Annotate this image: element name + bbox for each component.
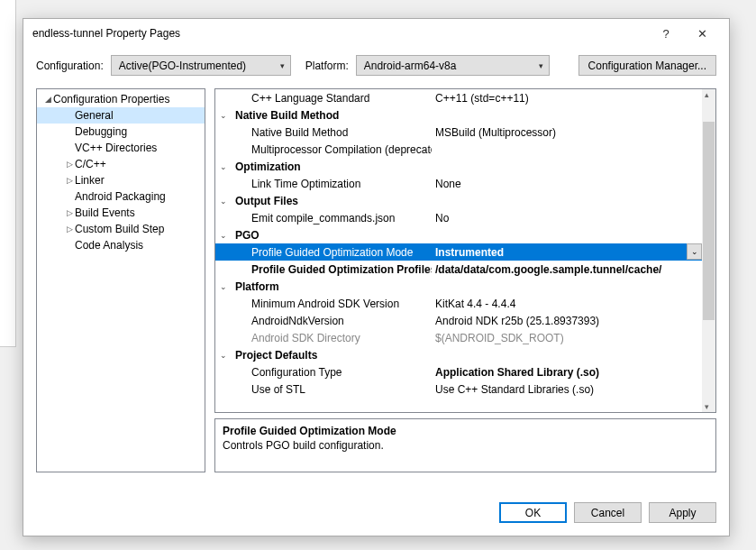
property-name: Minimum Android SDK Version	[232, 298, 432, 310]
property-group[interactable]: ⌄Output Files	[215, 192, 702, 209]
background-panel	[0, 0, 16, 347]
description-panel: Profile Guided Optimization Mode Control…	[214, 418, 716, 472]
property-value: $(ANDROID_SDK_ROOT)	[432, 332, 702, 344]
property-name: Project Defaults	[232, 349, 432, 362]
expand-icon[interactable]: ⌄	[215, 197, 232, 206]
nav-tree[interactable]: ◢ Configuration Properties ▷General ▷Deb…	[36, 88, 205, 472]
property-row[interactable]: Profile Guided Optimization ModeInstrume…	[215, 243, 702, 261]
property-value: Instrumented	[432, 246, 702, 259]
property-name: C++ Language Standard	[232, 92, 432, 105]
property-value: Use C++ Standard Libraries (.so)	[432, 383, 702, 396]
property-row[interactable]: Link Time OptimizationNone	[215, 175, 702, 192]
property-value: None	[432, 178, 702, 190]
property-grid-wrap: C++ Language StandardC++11 (std=c++11)⌄N…	[214, 88, 716, 472]
dropdown-button[interactable]: ⌄	[687, 243, 702, 260]
property-name: Configuration Type	[232, 366, 432, 379]
vertical-scrollbar[interactable]	[702, 89, 715, 412]
property-name: Android SDK Directory	[232, 332, 432, 344]
ok-button[interactable]: OK	[499, 502, 567, 523]
property-row[interactable]: Emit compile_commands.jsonNo	[215, 209, 702, 226]
tree-root-label: Configuration Properties	[53, 93, 169, 105]
expand-icon[interactable]: ▷	[64, 225, 75, 234]
tree-root[interactable]: ◢ Configuration Properties	[37, 91, 205, 107]
platform-value: Android-arm64-v8a	[364, 60, 457, 72]
property-group[interactable]: ⌄Optimization	[215, 158, 702, 175]
configuration-value: Active(PGO-Instrumented)	[119, 60, 246, 72]
property-value: KitKat 4.4 - 4.4.4	[432, 298, 702, 310]
property-value: MSBuild (Multiprocessor)	[432, 126, 702, 139]
property-value: No	[432, 212, 702, 225]
property-pages-dialog: endless-tunnel Property Pages ? ✕ Config…	[23, 18, 730, 536]
property-row[interactable]: AndroidNdkVersionAndroid NDK r25b (25.1.…	[215, 312, 702, 329]
tree-item-code-analysis[interactable]: ▷Code Analysis	[37, 237, 205, 253]
platform-label: Platform:	[305, 60, 349, 72]
property-row[interactable]: C++ Language StandardC++11 (std=c++11)	[215, 89, 702, 106]
property-name: Optimization	[232, 160, 432, 173]
main-area: ◢ Configuration Properties ▷General ▷Deb…	[23, 88, 729, 472]
property-name: Output Files	[232, 195, 432, 207]
property-value: /data/data/com.google.sample.tunnel/cach…	[432, 263, 702, 276]
tree-item-android-packaging[interactable]: ▷Android Packaging	[37, 188, 205, 205]
property-name: AndroidNdkVersion	[232, 315, 432, 327]
property-group[interactable]: ⌄Native Build Method	[215, 106, 702, 124]
titlebar: endless-tunnel Property Pages ? ✕	[23, 19, 729, 48]
platform-combo[interactable]: Android-arm64-v8a ▾	[356, 55, 550, 76]
property-row[interactable]: Configuration TypeApplication Shared Lib…	[215, 363, 702, 380]
tree-item-general[interactable]: ▷General	[37, 107, 205, 124]
expand-icon[interactable]: ⌄	[215, 231, 232, 240]
description-text: Controls PGO build configuration.	[223, 439, 708, 452]
property-name: Multiprocessor Compilation (deprecated)	[232, 143, 432, 156]
property-row[interactable]: Use of STLUse C++ Standard Libraries (.s…	[215, 380, 702, 398]
dialog-buttons: OK Cancel Apply	[499, 502, 716, 523]
property-row[interactable]: Profile Guided Optimization Profiles/dat…	[215, 261, 702, 278]
window-title: endless-tunnel Property Pages	[32, 27, 648, 40]
expand-icon[interactable]: ▷	[64, 160, 75, 169]
property-value: Android NDK r25b (25.1.8937393)	[432, 315, 702, 327]
property-value: Application Shared Library (.so)	[432, 366, 702, 379]
expand-icon[interactable]: ▷	[64, 176, 75, 185]
configuration-label: Configuration:	[36, 60, 104, 72]
property-value: C++11 (std=c++11)	[432, 92, 702, 105]
property-grid[interactable]: C++ Language StandardC++11 (std=c++11)⌄N…	[214, 88, 716, 413]
configuration-manager-button[interactable]: Configuration Manager...	[578, 55, 716, 76]
property-name: PGO	[232, 229, 432, 242]
property-group[interactable]: ⌄Project Defaults	[215, 346, 702, 363]
tree-item-custom-build-step[interactable]: ▷Custom Build Step	[37, 221, 205, 237]
chevron-down-icon: ▾	[539, 61, 543, 70]
tree-item-ccpp[interactable]: ▷C/C++	[37, 156, 205, 172]
property-name: Link Time Optimization	[232, 178, 432, 190]
property-row[interactable]: Native Build MethodMSBuild (Multiprocess…	[215, 124, 702, 141]
property-row[interactable]: Multiprocessor Compilation (deprecated)	[215, 141, 702, 158]
cancel-button[interactable]: Cancel	[574, 502, 642, 523]
property-name: Native Build Method	[232, 109, 432, 122]
property-row[interactable]: Android SDK Directory$(ANDROID_SDK_ROOT)	[215, 329, 702, 346]
property-name: Use of STL	[232, 383, 432, 396]
apply-button[interactable]: Apply	[649, 502, 716, 523]
config-toolbar: Configuration: Active(PGO-Instrumented) …	[23, 48, 729, 88]
property-name: Native Build Method	[232, 126, 432, 139]
expand-icon[interactable]: ⌄	[215, 282, 232, 291]
expand-icon[interactable]: ▷	[64, 208, 75, 217]
tree-item-build-events[interactable]: ▷Build Events	[37, 205, 205, 221]
expand-icon[interactable]: ⌄	[215, 162, 232, 171]
property-group[interactable]: ⌄Platform	[215, 278, 702, 295]
property-name: Profile Guided Optimization Mode	[232, 246, 432, 259]
scrollbar-thumb[interactable]	[703, 122, 715, 320]
property-name: Platform	[232, 280, 432, 293]
property-name: Emit compile_commands.json	[232, 212, 432, 225]
configuration-combo[interactable]: Active(PGO-Instrumented) ▾	[111, 55, 291, 76]
close-button[interactable]: ✕	[684, 27, 720, 41]
help-button[interactable]: ?	[648, 27, 684, 41]
tree-item-debugging[interactable]: ▷Debugging	[37, 124, 205, 140]
tree-item-vcpp-directories[interactable]: ▷VC++ Directories	[37, 140, 205, 156]
property-row[interactable]: Minimum Android SDK VersionKitKat 4.4 - …	[215, 295, 702, 312]
property-group[interactable]: ⌄PGO	[215, 226, 702, 243]
tree-item-linker[interactable]: ▷Linker	[37, 172, 205, 188]
expand-icon[interactable]: ⌄	[215, 351, 232, 360]
property-name: Profile Guided Optimization Profiles	[232, 263, 432, 276]
collapse-icon[interactable]: ◢	[42, 95, 53, 104]
chevron-down-icon: ▾	[280, 61, 285, 70]
description-title: Profile Guided Optimization Mode	[223, 425, 708, 437]
expand-icon[interactable]: ⌄	[215, 111, 232, 120]
